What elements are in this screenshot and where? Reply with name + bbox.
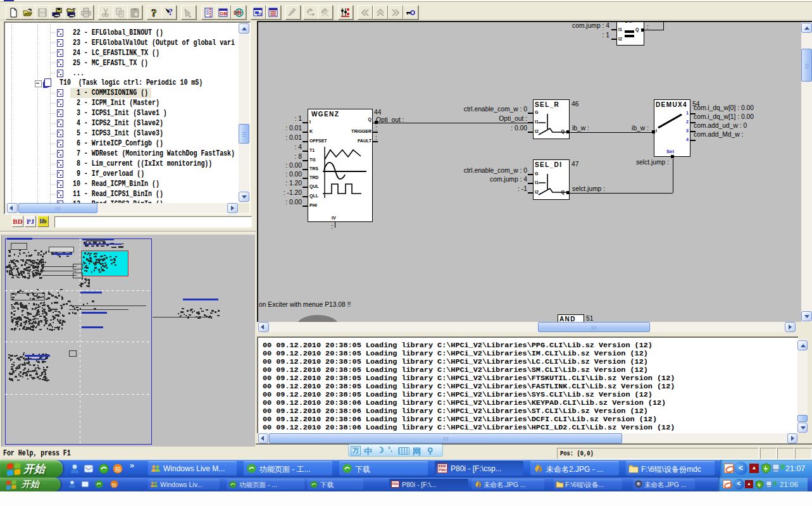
svg-text:DB: DB xyxy=(234,9,241,16)
svg-text:拍: 拍 xyxy=(111,483,116,487)
svg-text:?: ? xyxy=(151,7,157,18)
svg-text:拍: 拍 xyxy=(115,466,121,472)
svg-text:DB: DB xyxy=(220,11,228,16)
